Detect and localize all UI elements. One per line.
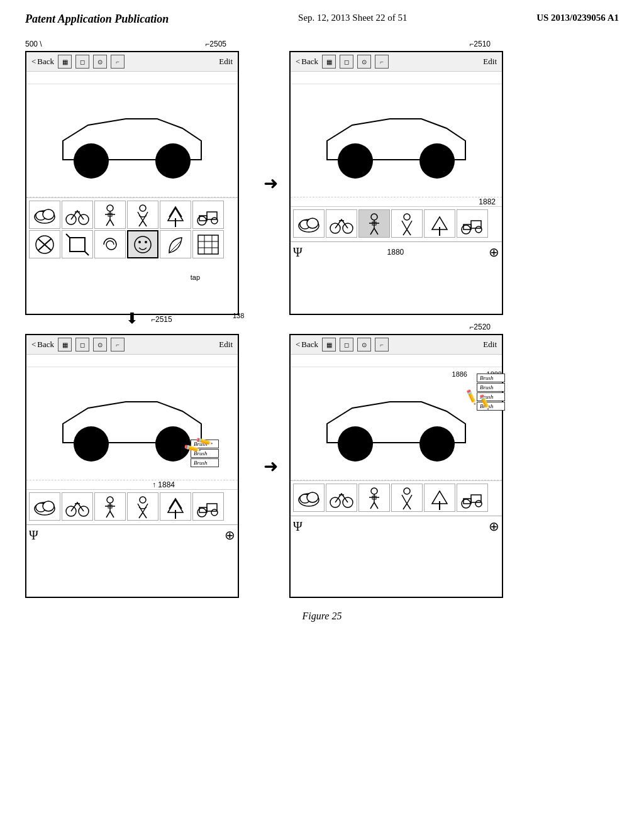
bottom-bar-2510: Ψ 1880 ⊕ bbox=[291, 241, 502, 262]
brush-option-1-2520[interactable]: Brush bbox=[477, 374, 505, 382]
svg-point-70 bbox=[140, 497, 146, 503]
svg-point-49 bbox=[404, 214, 410, 220]
svg-rect-31 bbox=[198, 235, 218, 254]
panel-2515: Back ▦ ◻ ⊙ ⌐ Edit bbox=[25, 334, 252, 598]
svg-line-92 bbox=[403, 504, 407, 509]
back-button-2515[interactable]: Back bbox=[31, 340, 54, 350]
stamp-tree-2515[interactable] bbox=[160, 492, 191, 521]
patent-number: US 2013/0239056 A1 bbox=[536, 13, 619, 23]
stamp-tractor-2510[interactable] bbox=[457, 209, 488, 238]
stamp-cloud-2510[interactable] bbox=[293, 209, 325, 238]
back-button-2520[interactable]: Back bbox=[296, 340, 318, 350]
svg-rect-24 bbox=[70, 238, 85, 252]
svg-point-19 bbox=[211, 218, 218, 224]
ref-2510: ⌐2510 bbox=[469, 40, 491, 48]
car-canvas-2515: ✏️✏️ Brush Brush Brush bbox=[26, 367, 238, 480]
car-canvas-2520: Brush Brush Brush Brush ✏️✏️ 1886 1888 bbox=[291, 367, 502, 480]
stamp-row1-2520 bbox=[293, 484, 499, 512]
stamp-x-2505[interactable] bbox=[29, 230, 60, 258]
edit-button-2505[interactable]: Edit bbox=[219, 57, 233, 67]
arrow-bottom: ➜ bbox=[252, 334, 289, 598]
stamp-bike-2505[interactable] bbox=[62, 201, 93, 229]
bottom-right-icon-2510[interactable]: ⊕ bbox=[489, 245, 499, 260]
edit-button-2515[interactable]: Edit bbox=[219, 340, 233, 350]
stamp-face-2505[interactable] bbox=[127, 230, 158, 258]
svg-point-36 bbox=[338, 143, 373, 179]
grid-icon-2505: ▦ bbox=[58, 55, 72, 69]
stamp-figure-2510[interactable] bbox=[391, 209, 423, 238]
svg-point-97 bbox=[475, 501, 482, 507]
address-bar-2510 bbox=[291, 72, 502, 84]
address-bar-2505 bbox=[26, 72, 238, 84]
stamp-tree-2505[interactable] bbox=[160, 201, 191, 229]
stamp-tree-2520[interactable] bbox=[424, 484, 455, 512]
ref-2505: ⌐2505 bbox=[205, 40, 226, 48]
bottom-right-icon-2520[interactable]: ⊕ bbox=[489, 519, 499, 534]
stamp-bike-2515[interactable] bbox=[62, 492, 93, 521]
brush-option-2-2520[interactable]: Brush bbox=[477, 383, 505, 392]
edit-button-2520[interactable]: Edit bbox=[483, 340, 497, 350]
car-canvas-2505 bbox=[26, 84, 238, 197]
phone-2515: Back ▦ ◻ ⊙ ⌐ Edit bbox=[25, 334, 239, 598]
circle-icon-2510: ⊙ bbox=[357, 55, 371, 69]
svg-line-10 bbox=[106, 219, 110, 226]
svg-point-61 bbox=[43, 501, 54, 511]
ref-2520: ⌐2520 bbox=[469, 323, 491, 331]
stamp-cloud-2505[interactable] bbox=[29, 201, 60, 229]
stamp-tractor-2515[interactable] bbox=[192, 492, 224, 521]
stamp-figure-2515[interactable] bbox=[127, 492, 158, 521]
back-button-2505[interactable]: Back bbox=[31, 57, 54, 67]
brush-popup-2515: ✏️✏️ Brush Brush Brush bbox=[184, 438, 219, 467]
phone-2510: Back ▦ ◻ ⊙ ⌐ Edit bbox=[289, 51, 503, 315]
bottom-left-icon-2510[interactable]: Ψ bbox=[293, 245, 303, 260]
corner-icon-2505: ⌐ bbox=[111, 55, 125, 69]
stamp-cloud-2520[interactable] bbox=[293, 484, 325, 512]
panel-2505: 500 \ ⌐2505 Back ▦ ◻ ⊙ ⌐ Edit bbox=[25, 51, 252, 315]
stamp-tractor-2505[interactable] bbox=[192, 201, 224, 229]
brush-option-3-2515[interactable]: Brush bbox=[191, 458, 219, 467]
edit-button-2510[interactable]: Edit bbox=[483, 57, 497, 67]
grid-icon-2520: ▦ bbox=[322, 338, 336, 351]
stamp-tractor-2520[interactable] bbox=[457, 484, 488, 512]
svg-line-88 bbox=[370, 502, 374, 509]
stamp-leaf-2505[interactable] bbox=[160, 230, 191, 258]
stamp-swirl-2505[interactable] bbox=[94, 230, 126, 258]
svg-point-1 bbox=[155, 143, 191, 179]
circle-icon-2505: ⊙ bbox=[93, 55, 107, 69]
svg-point-79 bbox=[419, 426, 455, 462]
svg-point-40 bbox=[307, 218, 318, 228]
stamp-pattern-2505[interactable] bbox=[192, 230, 224, 258]
toolbar-2515: Back ▦ ◻ ⊙ ⌐ Edit bbox=[26, 335, 238, 355]
svg-point-78 bbox=[338, 426, 373, 462]
bottom-left-icon-2520[interactable]: Ψ bbox=[293, 519, 303, 534]
mid-row: ⬆ ⌐2515 138 bbox=[25, 315, 516, 334]
stamp-person-2520[interactable] bbox=[358, 484, 390, 512]
svg-point-27 bbox=[135, 236, 151, 253]
bottom-left-icon-2515[interactable]: Ψ bbox=[29, 528, 38, 543]
svg-point-82 bbox=[307, 492, 318, 502]
stamp-person-2505[interactable] bbox=[94, 201, 126, 229]
svg-point-76 bbox=[211, 509, 218, 516]
bottom-right-icon-2515[interactable]: ⊕ bbox=[225, 528, 235, 543]
back-button-2510[interactable]: Back bbox=[296, 57, 318, 67]
svg-line-51 bbox=[407, 230, 411, 235]
corner-icon-2515: ⌐ bbox=[111, 338, 125, 351]
patent-title: Patent Application Publication bbox=[25, 13, 169, 26]
stamp-tree-2510[interactable] bbox=[424, 209, 455, 238]
svg-point-37 bbox=[419, 143, 455, 179]
stamp-bike-2520[interactable] bbox=[326, 484, 357, 512]
image-icon-2505: ◻ bbox=[75, 55, 89, 69]
tap-annotation-2505: tap bbox=[191, 274, 200, 281]
stamp-figure-2520[interactable] bbox=[391, 484, 423, 512]
stamp-crop-2505[interactable] bbox=[62, 230, 93, 258]
stamp-person-2515[interactable] bbox=[94, 492, 126, 521]
stamp-cloud-2515[interactable] bbox=[29, 492, 60, 521]
bottom-bar-2515: Ψ ⊕ bbox=[26, 524, 238, 545]
stamp-figure-2505[interactable] bbox=[127, 201, 158, 229]
image-icon-2515: ◻ bbox=[75, 338, 89, 351]
stamp-tray-2510 bbox=[291, 206, 502, 241]
svg-line-68 bbox=[110, 511, 114, 517]
stamp-bike-2510[interactable] bbox=[326, 209, 357, 238]
car-canvas-2510 bbox=[291, 84, 502, 197]
stamp-person-2510[interactable] bbox=[358, 209, 390, 238]
